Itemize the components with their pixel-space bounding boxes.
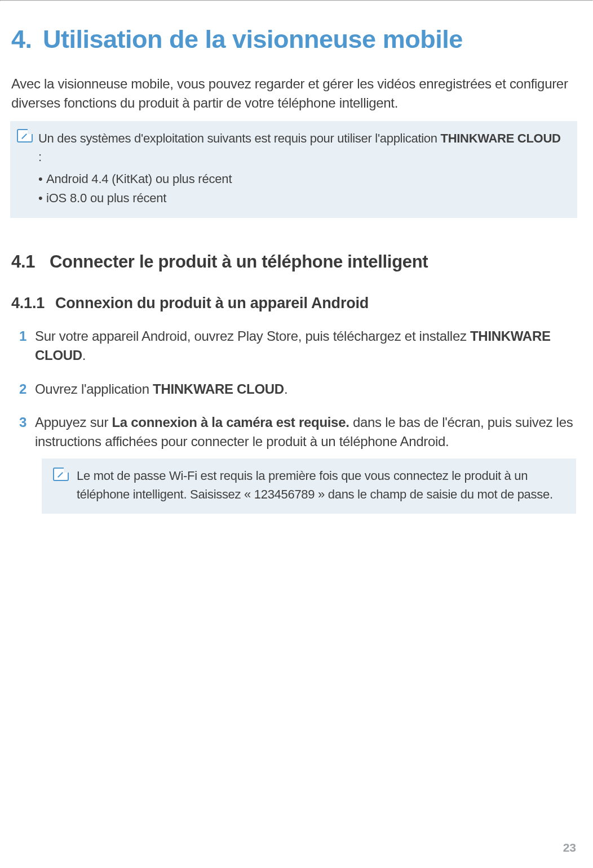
step-item: 2 Ouvrez l'application THINKWARE CLOUD. — [19, 380, 576, 399]
note-text: Le mot de passe Wi-Fi est requis la prem… — [77, 466, 566, 504]
note-box-password: Le mot de passe Wi-Fi est requis la prem… — [42, 459, 576, 514]
step-number: 1 — [19, 327, 35, 364]
page-content: 4. Utilisation de la visionneuse mobile … — [0, 1, 593, 514]
note-bullet-list: Android 4.4 (KitKat) ou plus récent iOS … — [38, 170, 567, 208]
note-icon — [17, 129, 33, 143]
section-heading: 4.1 Connecter le produit à un téléphone … — [11, 252, 576, 272]
intro-paragraph: Avec la visionneuse mobile, vous pouvez … — [11, 74, 576, 112]
chapter-title: 4. Utilisation de la visionneuse mobile — [11, 25, 576, 54]
note-bullet: iOS 8.0 ou plus récent — [38, 189, 567, 208]
step-number: 2 — [19, 380, 35, 399]
steps-list: 1 Sur votre appareil Android, ouvrez Pla… — [11, 327, 576, 514]
step-item: 1 Sur votre appareil Android, ouvrez Pla… — [19, 327, 576, 364]
note-box-requirements: Un des systèmes d'exploitation suivants … — [10, 121, 577, 218]
step-number: 3 — [19, 413, 35, 514]
step-text: Appuyez sur La connexion à la caméra est… — [35, 413, 576, 514]
note-lead: Un des systèmes d'exploitation suivants … — [38, 129, 567, 166]
page-number: 23 — [563, 841, 576, 854]
step-item: 3 Appuyez sur La connexion à la caméra e… — [19, 413, 576, 514]
step-text: Ouvrez l'application THINKWARE CLOUD. — [35, 380, 576, 399]
subsection-number: 4.1.1 — [11, 295, 55, 312]
step-text: Sur votre appareil Android, ouvrez Play … — [35, 327, 576, 364]
subsection-heading: 4.1.1 Connexion du produit à un appareil… — [11, 295, 576, 312]
section-title: Connecter le produit à un téléphone inte… — [50, 252, 428, 272]
note-icon — [53, 468, 69, 481]
note-bullet: Android 4.4 (KitKat) ou plus récent — [38, 170, 567, 189]
chapter-text: Utilisation de la visionneuse mobile — [43, 25, 463, 54]
chapter-number: 4. — [11, 25, 43, 54]
subsection-title: Connexion du produit à un appareil Andro… — [55, 295, 369, 312]
section-number: 4.1 — [11, 252, 50, 272]
